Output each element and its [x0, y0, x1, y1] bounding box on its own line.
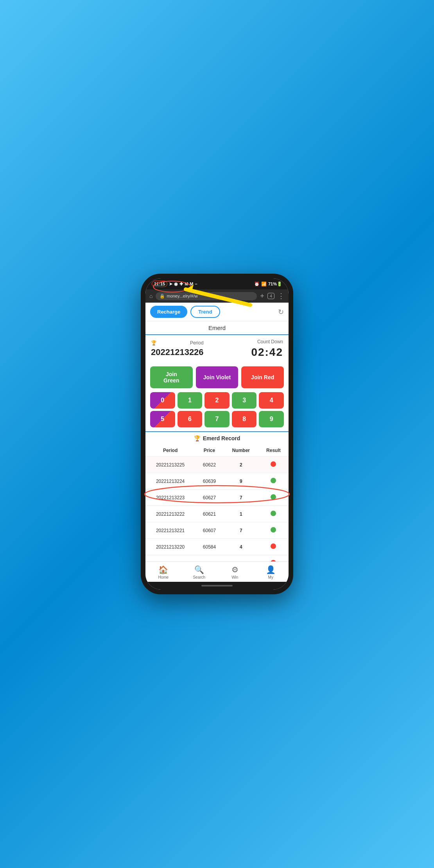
- cell-period: 20221213225: [145, 457, 195, 473]
- location-icon: ➤: [169, 282, 172, 287]
- nav-win[interactable]: ⚙ Win: [217, 564, 253, 580]
- number-button-1[interactable]: 1: [178, 392, 203, 409]
- battery-text: 71%🔋: [268, 282, 282, 287]
- my-nav-icon: 👤: [266, 565, 276, 574]
- cell-result: [258, 457, 289, 473]
- table-row: 20221213221606077: [145, 522, 289, 539]
- record-table-container: Period Price Number Result 2022121322560…: [145, 445, 289, 561]
- col-price: Price: [195, 445, 224, 457]
- url-bar[interactable]: 🔒 money...elry/#/w: [156, 292, 257, 300]
- period-number: 20221213226: [151, 347, 204, 357]
- number-button-5[interactable]: 5: [150, 411, 175, 427]
- join-buttons: Join Green Join Violet Join Red: [145, 362, 289, 392]
- record-tbody: 2022121322560622220221213224606399202212…: [145, 457, 289, 562]
- cell-period: 20221213224: [145, 473, 195, 490]
- home-nav-label: Home: [158, 575, 169, 579]
- ring-icon: ◉: [174, 282, 178, 287]
- menu-dots-icon[interactable]: ⋮: [278, 292, 285, 300]
- record-title-text: Emerd Record: [203, 435, 240, 441]
- join-red-button[interactable]: Join Red: [241, 366, 284, 388]
- cell-number: 1: [224, 506, 258, 522]
- table-row: 20221213222606211: [145, 506, 289, 522]
- cell-period: 20221213223: [145, 490, 195, 506]
- number-button-8[interactable]: 8: [232, 411, 257, 427]
- countdown-header: Count Down: [251, 339, 283, 344]
- game-title: Emerd: [145, 321, 289, 335]
- period-label: Period: [190, 340, 204, 346]
- cell-price: 60621: [195, 506, 224, 522]
- home-indicator: [145, 582, 289, 590]
- number-button-4[interactable]: 4: [259, 392, 284, 409]
- period-section: 🏆 Period 20221213226 Count Down 02:42: [145, 335, 289, 362]
- recharge-button[interactable]: Recharge: [150, 306, 187, 318]
- home-nav-icon: 🏠: [158, 565, 168, 574]
- alarm-icon: ⏰: [254, 282, 260, 287]
- refresh-button[interactable]: ↻: [278, 308, 284, 316]
- status-time: 11:15: [152, 281, 167, 287]
- countdown-label: Count Down: [257, 339, 283, 344]
- number-button-6[interactable]: 6: [178, 411, 203, 427]
- search-nav-label: Search: [193, 575, 205, 579]
- cell-price: 60584: [195, 539, 224, 555]
- top-buttons: Recharge Trend ↻: [145, 303, 289, 321]
- cell-result: [258, 506, 289, 522]
- trend-button[interactable]: Trend: [190, 306, 220, 318]
- url-text: money...elry/#/w: [167, 294, 197, 298]
- number-grid: 0 1 2 3 4 5 6 7 8 9: [145, 392, 289, 431]
- cell-period: 20221213221: [145, 522, 195, 539]
- table-header: Period Price Number Result: [145, 445, 289, 457]
- home-browser-icon[interactable]: ⌂: [149, 293, 152, 299]
- cell-number: 7: [224, 490, 258, 506]
- status-right: ⏰ 📶 71%🔋: [254, 282, 282, 287]
- trophy-icon: 🏆: [151, 340, 157, 346]
- countdown-display: 02:42: [251, 346, 283, 359]
- join-green-button[interactable]: Join Green: [150, 366, 193, 388]
- nav-my[interactable]: 👤 My: [253, 564, 289, 580]
- browser-actions: + 4 ⋮: [260, 292, 285, 300]
- period-header: 🏆 Period: [151, 340, 204, 346]
- lock-icon: 🔒: [160, 294, 165, 299]
- number-button-0[interactable]: 0: [150, 392, 175, 409]
- cell-period: 20221213219: [145, 555, 195, 562]
- table-row: 20221213220605844: [145, 539, 289, 555]
- record-table: Period Price Number Result 2022121322560…: [145, 445, 289, 561]
- bottom-nav: 🏠 Home 🔍 Search ⚙ Win 👤 My: [145, 561, 289, 582]
- search-nav-icon: 🔍: [194, 565, 204, 574]
- cell-result: [258, 555, 289, 562]
- win-nav-label: Win: [231, 575, 238, 579]
- wifi-icon: 📶: [261, 282, 267, 287]
- col-result: Result: [258, 445, 289, 457]
- home-bar: [201, 585, 233, 586]
- content-area: Recharge Trend ↻ Emerd 🏆 Period 20221213…: [145, 303, 289, 561]
- record-title: 🏆 Emerd Record: [145, 431, 289, 445]
- record-trophy-icon: 🏆: [194, 435, 201, 441]
- status-left: 11:15 ➤ ◉ ✚ M M –: [152, 281, 197, 287]
- table-row: 20221213225606222: [145, 457, 289, 473]
- table-row: 20221213223606277: [145, 490, 289, 506]
- plus-icon: ✚: [179, 282, 183, 287]
- cell-result: [258, 539, 289, 555]
- cell-number: 9: [224, 473, 258, 490]
- number-button-2[interactable]: 2: [204, 392, 230, 409]
- nav-home[interactable]: 🏠 Home: [145, 564, 181, 580]
- dash: –: [195, 282, 197, 286]
- tab-count-badge[interactable]: 4: [267, 293, 274, 299]
- add-tab-icon[interactable]: +: [260, 292, 264, 300]
- cell-result: [258, 522, 289, 539]
- number-button-9[interactable]: 9: [259, 411, 284, 427]
- cell-price: 60639: [195, 473, 224, 490]
- cell-price: 60607: [195, 522, 224, 539]
- col-period: Period: [145, 445, 195, 457]
- join-violet-button[interactable]: Join Violet: [196, 366, 239, 388]
- number-button-3[interactable]: 3: [232, 392, 257, 409]
- number-button-7[interactable]: 7: [204, 411, 230, 427]
- cell-price: 60622: [195, 457, 224, 473]
- cell-number: 4: [224, 539, 258, 555]
- nav-search[interactable]: 🔍 Search: [181, 564, 217, 580]
- cell-number: 7: [224, 522, 258, 539]
- mail-icon2: M: [190, 282, 193, 286]
- cell-result: [258, 490, 289, 506]
- cell-result: [258, 473, 289, 490]
- cell-period: 20221213222: [145, 506, 195, 522]
- cell-price: 60627: [195, 490, 224, 506]
